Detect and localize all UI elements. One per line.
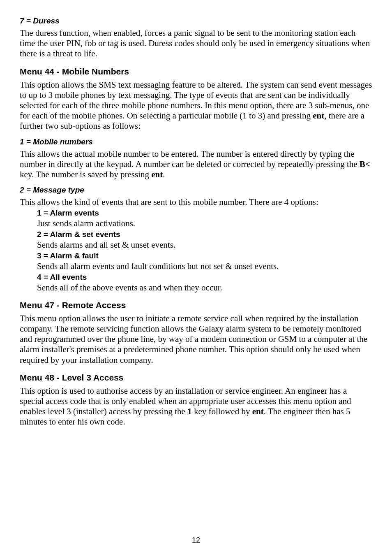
document-page: 7 = Duress The duress function, when ena… — [0, 0, 392, 557]
option-label-4: 4 = All events — [37, 272, 372, 283]
text-bold: B< — [360, 159, 370, 169]
heading-message-type: 2 = Message type — [20, 186, 372, 195]
options-list: 1 = Alarm events Just sends alarm activa… — [37, 208, 372, 293]
paragraph-menu48: This option is used to authorise access … — [20, 386, 372, 427]
paragraph-menu47: This menu option allows the user to init… — [20, 313, 372, 365]
text-bold: ent — [252, 406, 264, 416]
text-run: key followed by — [192, 406, 252, 416]
option-label-2: 2 = Alarm & set events — [37, 230, 372, 240]
heading-menu44: Menu 44 - Mobile Numbers — [20, 67, 372, 77]
text-bold: ent — [313, 111, 324, 121]
option-desc-2: Sends alarms and all set & unset events. — [37, 240, 372, 250]
option-label-1: 1 = Alarm events — [37, 208, 372, 218]
option-desc-1: Just sends alarm activations. — [37, 218, 372, 229]
option-label-3: 3 = Alarm & fault — [37, 251, 372, 261]
paragraph-message-type-intro: This allows the kind of events that are … — [20, 197, 372, 207]
paragraph-mobile-numbers: This allows the actual mobile number to … — [20, 149, 372, 180]
heading-mobile-numbers: 1 = Mobile numbers — [20, 137, 372, 146]
heading-menu48: Menu 48 - Level 3 Access — [20, 373, 372, 383]
option-desc-4: Sends all of the above events as and whe… — [37, 283, 372, 293]
text-bold: 1 — [187, 406, 192, 416]
heading-menu47: Menu 47 - Remote Access — [20, 300, 372, 310]
page-number: 12 — [0, 536, 392, 545]
text-run: This allows the actual mobile number to … — [20, 149, 360, 169]
paragraph-menu44: This option allows the SMS text messagin… — [20, 80, 372, 132]
paragraph-duress: The duress function, when enabled, force… — [20, 28, 372, 59]
text-run: . — [163, 169, 165, 179]
text-bold: ent — [151, 169, 163, 179]
heading-duress: 7 = Duress — [20, 16, 372, 26]
option-desc-3: Sends all alarm events and fault conditi… — [37, 261, 372, 272]
text-run: key. The number is saved by pressing — [20, 169, 151, 179]
